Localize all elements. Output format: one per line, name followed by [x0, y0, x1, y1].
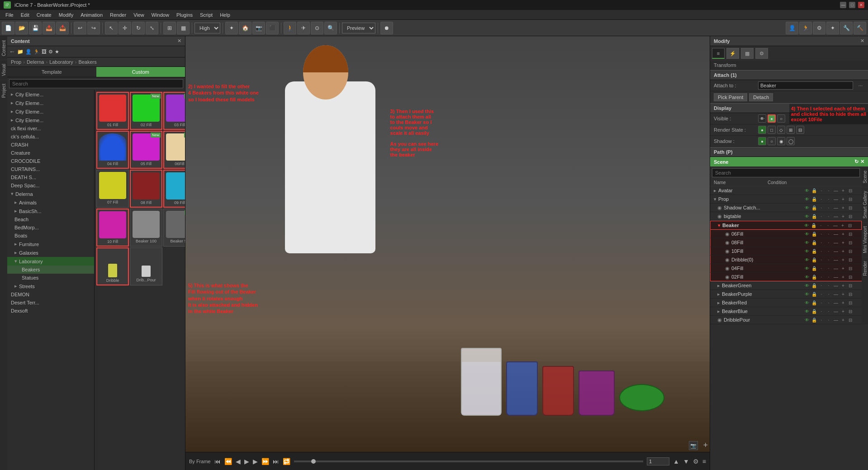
render-icon-3[interactable]: ◇ — [777, 126, 785, 134]
next-frame-button[interactable]: ▶ — [253, 458, 258, 465]
tree-item-creature[interactable]: Creature — [7, 149, 94, 157]
person-icon[interactable]: 👤 — [25, 49, 32, 55]
orbit-button[interactable]: ⊙ — [311, 22, 323, 34]
tree-item-crash[interactable]: CRASH — [7, 141, 94, 149]
scene-item-02fill[interactable]: ◉ 02Fill 👁 🔒 · · — + ⊟ — [710, 273, 862, 281]
actor-button[interactable]: 👤 — [786, 22, 798, 34]
tree-item-boats[interactable]: Boats — [7, 232, 94, 240]
grid-item-01fill[interactable]: 01 Fill — [96, 92, 129, 130]
tree-item-beakers[interactable]: Beakers — [7, 266, 94, 274]
grid-item-beaker50[interactable]: New Beaker 50 — [163, 209, 185, 247]
loop-button[interactable]: 🔁 — [283, 458, 290, 465]
play-end-button[interactable]: ⏭ — [273, 458, 279, 465]
star-icon[interactable]: ★ — [55, 49, 59, 55]
scene-search-input[interactable] — [712, 168, 860, 177]
tree-item-deep[interactable]: Deep Spac... — [7, 181, 94, 190]
tree-item[interactable]: ▸City Eleme... — [7, 99, 94, 107]
new-button[interactable]: 📄 — [2, 22, 14, 34]
mod-tab-transform[interactable]: ≡ — [712, 48, 725, 59]
content-close-button[interactable]: ✕ — [177, 38, 181, 44]
scene-item-beakerblue[interactable]: ▸ BeakerBlue 👁 🔒 · · — + ⊟ — [710, 307, 862, 316]
breadcrumb-laboratory[interactable]: Laboratory — [49, 59, 73, 65]
grid-item-02fill[interactable]: New 02 Fill — [130, 92, 162, 130]
scene-item-dribble0[interactable]: ◉ Dribble(0) 👁 🔒 · · — + ⊟ — [710, 256, 862, 264]
tree-item[interactable]: ▸City Eleme... — [7, 107, 94, 116]
scene-item-06fill[interactable]: ◉ 06Fill 👁 🔒 · · — + ⊟ — [710, 230, 862, 238]
tree-item-delerna[interactable]: ▾Delerna — [7, 190, 94, 198]
grid-item-beaker100[interactable]: Beaker 100 — [130, 209, 162, 247]
camera-button[interactable]: 📷 — [252, 22, 265, 34]
visible-active-icon[interactable]: ● — [768, 114, 776, 123]
redo-button[interactable]: ↪ — [87, 22, 100, 34]
shadow-icon-4[interactable]: ◯ — [787, 137, 795, 145]
undo-button[interactable]: ↩ — [74, 22, 86, 34]
visible-off-icon[interactable]: ○ — [777, 114, 785, 123]
tree-item-death[interactable]: DEATH S... — [7, 173, 94, 181]
template-tab[interactable]: Template — [7, 67, 96, 77]
save-button[interactable]: 💾 — [29, 22, 42, 34]
timeline-scrubber[interactable] — [294, 461, 643, 462]
prev-key-button[interactable]: ⏪ — [224, 458, 232, 465]
import-button[interactable]: 📥 — [56, 22, 69, 34]
open-button[interactable]: 📂 — [15, 22, 28, 34]
fly-button[interactable]: ✈ — [297, 22, 310, 34]
image-icon[interactable]: 🖼 — [42, 49, 47, 54]
tree-item[interactable]: ▸City Eleme... — [7, 90, 94, 99]
menu-script[interactable]: Script — [196, 12, 216, 18]
tree-item-animals[interactable]: ▸Animals — [7, 198, 94, 207]
physics-button[interactable]: ⚙ — [813, 22, 825, 34]
maximize-button[interactable]: □ — [849, 2, 855, 8]
smart-gallery-tab[interactable]: Smart Gallery — [862, 187, 868, 222]
mini-viewport-tab[interactable]: Mini Viewport — [862, 222, 868, 257]
particle-button[interactable]: ✦ — [826, 22, 839, 34]
timeline-options[interactable]: ≡ — [702, 458, 706, 465]
scene-item-bigtable[interactable]: ◉ bigtable 👁 🔒 · · — + ⊟ — [710, 212, 862, 221]
grid-item-05fill[interactable]: New 05 Fill — [130, 131, 162, 169]
add-overlay-button[interactable]: + — [703, 441, 708, 450]
tree-item-desert[interactable]: Desert Terr... — [7, 299, 94, 307]
menu-animation[interactable]: Animation — [77, 12, 106, 18]
grid-item-07fill[interactable]: 07 Fill — [96, 170, 129, 208]
light-button[interactable]: ✦ — [225, 22, 238, 34]
scale-button[interactable]: ⤡ — [146, 22, 158, 34]
search-input[interactable] — [9, 79, 183, 88]
viewport-3d[interactable]: 2) I wanted to fill the other4 Beakers f… — [185, 36, 710, 452]
menu-modify[interactable]: Modify — [55, 12, 77, 18]
scene-item-08fill[interactable]: ◉ 08Fill 👁 🔒 · · — + ⊟ — [710, 238, 862, 247]
grid-item-10fill[interactable]: 10 Fill — [96, 209, 129, 247]
visible-on-icon[interactable]: 👁 — [758, 114, 766, 123]
scene-item-beakergreen[interactable]: ▸ BeakerGreen 👁 🔒 · · — + ⊟ — [710, 281, 862, 290]
mod-tab-settings[interactable]: ⚙ — [755, 48, 768, 59]
frame-input[interactable] — [647, 457, 669, 465]
menu-plugins[interactable]: Plugins — [173, 12, 196, 18]
project-tab[interactable]: Project — [0, 80, 7, 101]
tree-item-crocodile[interactable]: CROCODILE — [7, 157, 94, 165]
tree-item[interactable]: ▸City Eleme... — [7, 116, 94, 124]
grid-item-dribble[interactable]: Dribble — [96, 247, 129, 285]
minimize-button[interactable]: — — [840, 2, 846, 8]
render-icon-2[interactable]: □ — [768, 126, 776, 134]
grid-item-04fill[interactable]: 04 Fill — [96, 131, 129, 169]
grid-item-drib-pour[interactable]: Drib...Pour — [130, 247, 162, 285]
shadow-icon-1[interactable]: ● — [758, 137, 766, 145]
scene-tab[interactable]: Scene — [862, 166, 868, 187]
scene-close-button[interactable]: ✕ — [860, 159, 864, 165]
motion-icon[interactable]: 🏃 — [33, 49, 40, 55]
scene-item-avatar[interactable]: ▸ Avatar 👁 🔒 · · — + ⊟ — [710, 186, 862, 195]
snap-button[interactable]: ⊞ — [163, 22, 176, 34]
timeline-handle[interactable] — [311, 459, 316, 464]
tree-item-beach[interactable]: Beach — [7, 215, 94, 223]
select-button[interactable]: ↖ — [105, 22, 118, 34]
play-start-button[interactable]: ⏮ — [214, 458, 221, 465]
menu-render[interactable]: Render — [106, 12, 130, 18]
grid-item-03fill[interactable]: New 03 Fill — [163, 92, 185, 130]
walk-button[interactable]: 🚶 — [284, 22, 296, 34]
breadcrumb-prop[interactable]: Prop — [11, 59, 21, 65]
timeline-settings[interactable]: ⚙ — [693, 458, 699, 465]
folder-icon[interactable]: 📁 — [17, 49, 24, 55]
scene-item-04fill[interactable]: ◉ 04Fill 👁 🔒 · · — + ⊟ — [710, 264, 862, 273]
scene-item-prop[interactable]: ▾ Prop 👁 🔒 · · — + ⊟ — [710, 195, 862, 204]
play-button[interactable]: ▶ — [244, 458, 249, 465]
shadow-icon-3[interactable]: ◉ — [777, 137, 785, 145]
motion-button[interactable]: 🏃 — [799, 22, 812, 34]
